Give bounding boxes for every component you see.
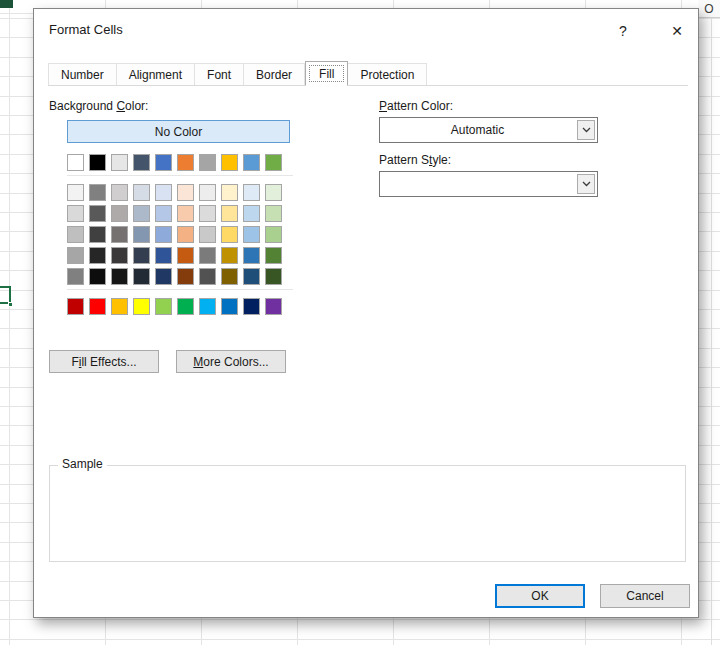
selection-fill-handle[interactable] (8, 302, 13, 307)
color-swatch[interactable] (133, 247, 150, 264)
color-swatch[interactable] (133, 205, 150, 222)
color-swatch[interactable] (221, 247, 238, 264)
color-swatch[interactable] (221, 226, 238, 243)
color-swatch[interactable] (67, 154, 84, 171)
color-swatch[interactable] (221, 184, 238, 201)
color-swatch[interactable] (177, 184, 194, 201)
ok-button[interactable]: OK (495, 584, 585, 608)
color-swatch[interactable] (177, 247, 194, 264)
color-swatch[interactable] (221, 205, 238, 222)
tab-strip: Number Alignment Font Border Fill Protec… (48, 61, 688, 86)
tab-protection[interactable]: Protection (348, 63, 427, 85)
color-palette (67, 154, 293, 319)
color-swatch[interactable] (89, 226, 106, 243)
pattern-style-dropdown-button[interactable] (577, 174, 595, 194)
color-swatch[interactable] (67, 247, 84, 264)
color-swatch[interactable] (243, 184, 260, 201)
no-color-button[interactable]: No Color (67, 120, 290, 143)
color-swatch[interactable] (111, 268, 128, 285)
color-swatch[interactable] (243, 247, 260, 264)
color-swatch[interactable] (177, 154, 194, 171)
palette-separator (67, 289, 293, 290)
color-swatch[interactable] (177, 298, 194, 315)
color-swatch[interactable] (67, 268, 84, 285)
palette-row (67, 154, 293, 171)
color-swatch[interactable] (265, 154, 282, 171)
color-swatch[interactable] (177, 268, 194, 285)
color-swatch[interactable] (89, 154, 106, 171)
sample-label: Sample (58, 457, 107, 471)
palette-row (67, 205, 293, 222)
color-swatch[interactable] (89, 184, 106, 201)
color-swatch[interactable] (67, 226, 84, 243)
palette-row (67, 298, 293, 315)
color-swatch[interactable] (67, 205, 84, 222)
color-swatch[interactable] (111, 184, 128, 201)
color-swatch[interactable] (177, 205, 194, 222)
color-swatch[interactable] (155, 298, 172, 315)
color-swatch[interactable] (155, 184, 172, 201)
color-swatch[interactable] (89, 205, 106, 222)
color-swatch[interactable] (133, 184, 150, 201)
close-icon[interactable]: ✕ (664, 19, 690, 43)
sheet-corner-fragment (0, 0, 13, 8)
column-header-label: O (704, 2, 713, 16)
color-swatch[interactable] (199, 298, 216, 315)
color-swatch[interactable] (221, 268, 238, 285)
color-swatch[interactable] (89, 247, 106, 264)
color-swatch[interactable] (111, 247, 128, 264)
color-swatch[interactable] (155, 154, 172, 171)
color-swatch[interactable] (199, 247, 216, 264)
tab-fill[interactable]: Fill (305, 61, 348, 86)
color-swatch[interactable] (155, 247, 172, 264)
color-swatch[interactable] (155, 226, 172, 243)
sample-groupbox: Sample (49, 465, 686, 562)
tab-font[interactable]: Font (195, 63, 244, 85)
cancel-button[interactable]: Cancel (600, 584, 690, 608)
color-swatch[interactable] (243, 226, 260, 243)
color-swatch[interactable] (111, 154, 128, 171)
color-swatch[interactable] (265, 268, 282, 285)
color-swatch[interactable] (177, 226, 194, 243)
color-swatch[interactable] (199, 154, 216, 171)
color-swatch[interactable] (111, 205, 128, 222)
color-swatch[interactable] (199, 268, 216, 285)
color-swatch[interactable] (199, 226, 216, 243)
dialog-titlebar[interactable]: Format Cells ? ✕ (34, 9, 698, 53)
color-swatch[interactable] (133, 154, 150, 171)
pattern-color-dropdown[interactable]: Automatic (379, 117, 598, 143)
color-swatch[interactable] (133, 298, 150, 315)
color-swatch[interactable] (133, 226, 150, 243)
color-swatch[interactable] (243, 298, 260, 315)
help-button[interactable]: ? (612, 20, 634, 42)
color-swatch[interactable] (221, 298, 238, 315)
color-swatch[interactable] (89, 298, 106, 315)
color-swatch[interactable] (265, 226, 282, 243)
color-swatch[interactable] (265, 205, 282, 222)
color-swatch[interactable] (67, 298, 84, 315)
pattern-color-dropdown-button[interactable] (577, 120, 595, 140)
color-swatch[interactable] (67, 184, 84, 201)
color-swatch[interactable] (199, 184, 216, 201)
color-swatch[interactable] (133, 268, 150, 285)
more-colors-button[interactable]: More Colors... (176, 350, 286, 373)
pattern-style-dropdown[interactable] (379, 171, 598, 197)
color-swatch[interactable] (155, 205, 172, 222)
color-swatch[interactable] (265, 298, 282, 315)
color-swatch[interactable] (111, 298, 128, 315)
color-swatch[interactable] (265, 184, 282, 201)
color-swatch[interactable] (265, 247, 282, 264)
color-swatch[interactable] (243, 154, 260, 171)
tab-alignment[interactable]: Alignment (117, 63, 195, 85)
color-swatch[interactable] (155, 268, 172, 285)
color-swatch[interactable] (221, 154, 238, 171)
color-swatch[interactable] (89, 268, 106, 285)
tab-number[interactable]: Number (48, 63, 117, 85)
color-swatch[interactable] (243, 268, 260, 285)
fill-effects-button[interactable]: Fill Effects... (49, 350, 159, 373)
color-swatch[interactable] (243, 205, 260, 222)
column-header-o[interactable]: O (698, 0, 720, 18)
color-swatch[interactable] (199, 205, 216, 222)
tab-border[interactable]: Border (244, 63, 305, 85)
color-swatch[interactable] (111, 226, 128, 243)
